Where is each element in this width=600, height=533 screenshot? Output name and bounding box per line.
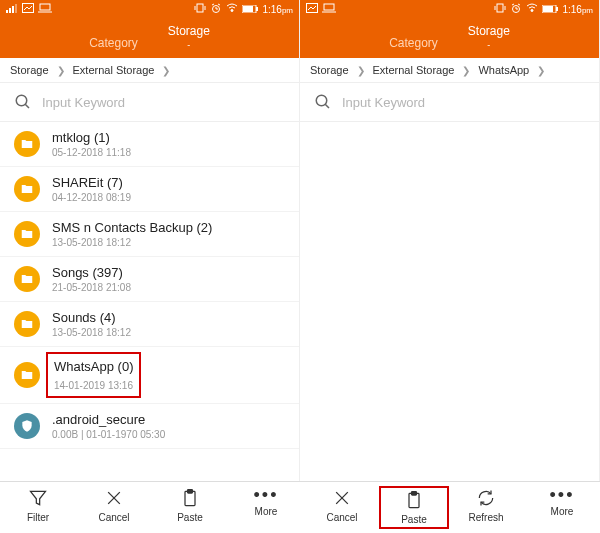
svg-rect-7	[197, 4, 203, 12]
folder-icon	[14, 221, 40, 247]
svg-point-36	[316, 95, 327, 106]
item-sub: 04-12-2018 08:19	[52, 192, 131, 203]
crumb-storage[interactable]: Storage	[10, 64, 49, 76]
svg-rect-34	[543, 6, 553, 12]
header: 1:16pm Category Storage-	[0, 0, 299, 58]
item-sub: 13-05-2018 18:12	[52, 327, 131, 338]
chevron-right-icon: ❯	[462, 65, 470, 76]
vibrate-icon	[494, 3, 506, 15]
item-sub: 14-01-2019 13:16	[54, 380, 133, 391]
breadcrumb: Storage ❯ External Storage ❯ WhatsApp ❯	[300, 58, 599, 83]
cancel-button[interactable]: Cancel	[307, 488, 377, 527]
close-icon	[332, 488, 352, 508]
paste-button[interactable]: Paste	[379, 486, 449, 529]
vibrate-icon	[194, 3, 206, 15]
chevron-right-icon: ❯	[57, 65, 65, 76]
crumb-external[interactable]: External Storage	[73, 64, 155, 76]
statusbar: 1:16pm	[0, 0, 299, 18]
tab-storage[interactable]: Storage-	[168, 24, 210, 50]
list-item[interactable]: Sounds (4)13-05-2018 18:12	[0, 302, 299, 347]
close-icon	[104, 488, 124, 508]
item-title: WhatsApp (0)	[54, 359, 133, 374]
chevron-right-icon: ❯	[357, 65, 365, 76]
breadcrumb: Storage ❯ External Storage ❯	[0, 58, 299, 83]
right-pane: 1:16pm Category Storage- Storage ❯ Exter…	[300, 0, 600, 533]
svg-rect-41	[188, 490, 193, 493]
file-list-empty	[300, 122, 599, 533]
folder-icon	[14, 176, 40, 202]
more-button[interactable]: ••• More	[527, 488, 597, 527]
wifi-icon	[226, 3, 238, 15]
header-tabs: Category Storage-	[0, 18, 299, 58]
svg-rect-0	[6, 10, 8, 13]
svg-rect-1	[9, 8, 11, 13]
more-button[interactable]: ••• More	[231, 488, 301, 527]
filter-button[interactable]: Filter	[3, 488, 73, 527]
search-input[interactable]	[342, 95, 585, 110]
picture-icon	[306, 3, 318, 15]
svg-point-19	[16, 95, 27, 106]
file-list: mtklog (1)05-12-2018 11:18 SHAREit (7)04…	[0, 122, 299, 533]
chevron-right-icon: ❯	[537, 65, 545, 76]
searchbar[interactable]	[0, 83, 299, 122]
folder-icon	[14, 266, 40, 292]
item-title: .android_secure	[52, 412, 165, 427]
tab-category[interactable]: Category	[389, 36, 438, 50]
svg-rect-22	[324, 4, 334, 10]
search-icon	[14, 93, 32, 111]
svg-rect-35	[556, 7, 558, 11]
more-icon: •••	[550, 488, 575, 502]
item-sub: 21-05-2018 21:08	[52, 282, 131, 293]
alarm-icon	[510, 3, 522, 15]
tab-storage[interactable]: Storage-	[468, 24, 510, 50]
item-title: Songs (397)	[52, 265, 131, 280]
item-title: Sounds (4)	[52, 310, 131, 325]
svg-rect-18	[256, 7, 258, 11]
search-input[interactable]	[42, 95, 285, 110]
searchbar[interactable]	[300, 83, 599, 122]
list-item[interactable]: SHAREit (7)04-12-2018 08:19	[0, 167, 299, 212]
svg-rect-45	[412, 492, 417, 495]
cancel-button[interactable]: Cancel	[79, 488, 149, 527]
left-pane: 1:16pm Category Storage- Storage ❯ Exter…	[0, 0, 300, 533]
list-item[interactable]: SMS n Contacts Backup (2)13-05-2018 18:1…	[0, 212, 299, 257]
svg-line-20	[25, 104, 29, 108]
picture-icon	[22, 3, 34, 15]
svg-line-37	[325, 104, 329, 108]
crumb-whatsapp[interactable]: WhatsApp	[478, 64, 529, 76]
crumb-external[interactable]: External Storage	[373, 64, 455, 76]
svg-rect-24	[497, 4, 503, 12]
filter-icon	[28, 488, 48, 508]
svg-rect-17	[243, 6, 253, 12]
svg-line-14	[218, 4, 220, 5]
folder-icon	[14, 362, 40, 388]
svg-line-13	[212, 4, 214, 5]
svg-rect-2	[12, 6, 14, 13]
refresh-icon	[476, 488, 496, 508]
refresh-button[interactable]: Refresh	[451, 488, 521, 527]
folder-icon	[14, 311, 40, 337]
bottom-toolbar: Filter Cancel Paste ••• More Cancel Past…	[0, 481, 600, 533]
header-tabs: Category Storage-	[300, 18, 599, 58]
crumb-storage[interactable]: Storage	[310, 64, 349, 76]
tab-category[interactable]: Category	[89, 36, 138, 50]
clipboard-icon	[180, 488, 200, 508]
wifi-icon	[526, 3, 538, 15]
list-item[interactable]: mtklog (1)05-12-2018 11:18	[0, 122, 299, 167]
list-item[interactable]: Songs (397)21-05-2018 21:08	[0, 257, 299, 302]
battery-icon	[242, 4, 258, 15]
folder-icon	[14, 131, 40, 157]
svg-line-31	[518, 4, 520, 5]
chevron-right-icon: ❯	[162, 65, 170, 76]
clipboard-icon	[404, 490, 424, 510]
item-sub: 13-05-2018 18:12	[52, 237, 212, 248]
paste-button[interactable]: Paste	[155, 488, 225, 527]
list-item[interactable]: .android_secure0.00B | 01-01-1970 05:30	[0, 404, 299, 449]
list-item-whatsapp[interactable]: WhatsApp (0)14-01-2019 13:16	[0, 347, 299, 404]
svg-line-30	[512, 4, 514, 5]
item-sub: 05-12-2018 11:18	[52, 147, 131, 158]
svg-point-32	[531, 10, 533, 12]
header: 1:16pm Category Storage-	[300, 0, 599, 58]
search-icon	[314, 93, 332, 111]
laptop-icon	[322, 3, 336, 15]
